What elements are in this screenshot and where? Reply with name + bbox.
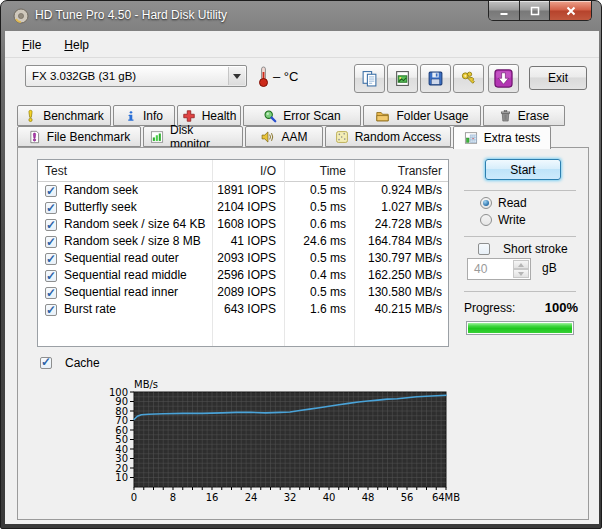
write-radio-row[interactable]: Write	[480, 213, 526, 227]
column-header-time[interactable]: Time	[284, 160, 354, 181]
io-cell: 643 IOPS	[212, 301, 284, 318]
tab-label: Random Access	[355, 130, 442, 144]
chevron-down-icon	[228, 67, 245, 85]
client-area: File Help FX 3.032GB (31 gB) – °C	[5, 31, 599, 524]
read-radio-row[interactable]: Read	[480, 196, 527, 210]
table-row[interactable]: Sequential read outer2093 IOPS0.5 ms130.…	[38, 250, 448, 267]
tab-benchmark[interactable]: Benchmark	[17, 105, 111, 126]
io-cell: 1608 IOPS	[212, 216, 284, 233]
extra-tests-panel: Test I/O Time Transfer Random seek1891 I…	[17, 147, 589, 520]
test-checkbox[interactable]	[45, 236, 57, 248]
test-name: Random seek	[64, 182, 138, 199]
time-cell: 1.6 ms	[284, 301, 354, 318]
write-radio[interactable]	[480, 214, 492, 226]
minimize-button[interactable]	[489, 1, 519, 21]
menu-file[interactable]: File	[22, 38, 41, 52]
save-screenshot-button[interactable]	[420, 64, 451, 93]
tab-info[interactable]: Info	[113, 105, 175, 126]
transfer-cell: 164.784 MB/s	[354, 233, 448, 250]
test-checkbox[interactable]	[45, 202, 57, 214]
table-row[interactable]: Sequential read middle2596 IOPS0.4 ms162…	[38, 267, 448, 284]
time-cell: 0.6 ms	[284, 216, 354, 233]
transfer-cell: 130.580 MB/s	[354, 284, 448, 301]
cache-row[interactable]: Cache	[40, 356, 100, 370]
test-checkbox[interactable]	[45, 253, 57, 265]
table-row[interactable]: Random seek / size 8 MB41 IOPS24.6 ms164…	[38, 233, 448, 250]
svg-text:48: 48	[362, 492, 375, 503]
tab-label: Benchmark	[43, 109, 104, 123]
tab-label: Info	[143, 109, 163, 123]
read-radio[interactable]	[480, 197, 492, 209]
cache-chart: 1020304050607080901000816243240485664MBM…	[92, 376, 522, 516]
spin-down-button[interactable]	[513, 269, 529, 278]
column-header-test[interactable]: Test	[38, 160, 212, 181]
table-row[interactable]: Random seek1891 IOPS0.5 ms0.924 MB/s	[38, 182, 448, 199]
progress-bar	[466, 321, 574, 335]
short-stroke-checkbox[interactable]	[478, 243, 490, 255]
drive-selector[interactable]: FX 3.032GB (31 gB)	[25, 65, 247, 87]
test-checkbox[interactable]	[45, 270, 57, 282]
titlebar[interactable]: HD Tune Pro 4.50 - Hard Disk Utility	[1, 1, 601, 31]
svg-text:90: 90	[115, 396, 128, 407]
tab-error-scan[interactable]: Error Scan	[243, 105, 361, 126]
test-checkbox[interactable]	[45, 287, 57, 299]
maximize-button[interactable]	[519, 1, 549, 21]
column-header-io[interactable]: I/O	[212, 160, 284, 181]
test-results-table: Test I/O Time Transfer Random seek1891 I…	[37, 159, 449, 347]
test-name: Butterfly seek	[64, 199, 137, 216]
tab-aam[interactable]: AAM	[245, 126, 323, 147]
options-button[interactable]	[453, 64, 484, 93]
io-cell: 2596 IOPS	[212, 267, 284, 284]
window-title: HD Tune Pro 4.50 - Hard Disk Utility	[35, 1, 227, 30]
transfer-cell: 40.215 MB/s	[354, 301, 448, 318]
app-icon	[13, 8, 29, 24]
menu-help[interactable]: Help	[64, 38, 89, 52]
test-checkbox[interactable]	[45, 219, 57, 231]
trash-icon	[499, 109, 512, 123]
tab-extra-tests[interactable]: Extra tests	[453, 126, 551, 149]
test-cell: Random seek	[38, 182, 212, 199]
tab-disk-monitor[interactable]: Disk monitor	[143, 126, 243, 147]
copy-image-button[interactable]	[387, 64, 418, 93]
tab-label: Extra tests	[484, 131, 541, 145]
exit-button[interactable]: Exit	[529, 66, 587, 90]
close-button[interactable]	[549, 1, 591, 21]
table-row[interactable]: Random seek / size 64 KB1608 IOPS0.6 ms2…	[38, 216, 448, 233]
tab-erase[interactable]: Erase	[483, 105, 565, 126]
io-cell: 2104 IOPS	[212, 199, 284, 216]
test-cell: Sequential read inner	[38, 284, 212, 301]
progress-bar-fill	[468, 323, 572, 333]
start-button[interactable]: Start	[485, 159, 561, 180]
test-name: Random seek / size 64 KB	[64, 216, 205, 233]
cache-checkbox[interactable]	[40, 357, 52, 369]
size-spinner[interactable]: 40	[467, 258, 531, 280]
copy-text-button[interactable]	[354, 64, 385, 93]
svg-text:16: 16	[206, 492, 219, 503]
table-row[interactable]: Butterfly seek2104 IOPS0.5 ms1.027 MB/s	[38, 199, 448, 216]
test-cell: Random seek / size 64 KB	[38, 216, 212, 233]
short-stroke-label: Short stroke	[503, 242, 568, 256]
spin-up-button[interactable]	[513, 260, 529, 269]
file-exclamation-icon	[28, 130, 41, 144]
short-stroke-row[interactable]: Short stroke	[478, 242, 568, 256]
test-checkbox[interactable]	[45, 185, 57, 197]
tab-random-access[interactable]: Random Access	[325, 126, 451, 147]
svg-text:20: 20	[115, 463, 128, 474]
table-row[interactable]: Sequential read inner2089 IOPS0.5 ms130.…	[38, 284, 448, 301]
svg-text:32: 32	[284, 492, 297, 503]
column-header-transfer[interactable]: Transfer	[354, 160, 448, 181]
test-checkbox[interactable]	[45, 304, 57, 316]
table-row[interactable]: Burst rate643 IOPS1.6 ms40.215 MB/s	[38, 301, 448, 318]
test-name: Burst rate	[64, 301, 116, 318]
time-cell: 0.5 ms	[284, 250, 354, 267]
spin-down-icon	[518, 272, 524, 279]
temperature-value: – °C	[273, 69, 298, 84]
separator	[464, 190, 576, 191]
read-radio-label: Read	[498, 196, 527, 210]
test-cell: Random seek / size 8 MB	[38, 233, 212, 250]
cache-chart-area: 1020304050607080901000816243240485664MBM…	[92, 376, 522, 520]
check-updates-button[interactable]	[488, 64, 519, 93]
tab-label: Folder Usage	[396, 109, 468, 123]
tab-file-benchmark[interactable]: File Benchmark	[17, 126, 141, 147]
tab-folder-usage[interactable]: Folder Usage	[363, 105, 481, 126]
